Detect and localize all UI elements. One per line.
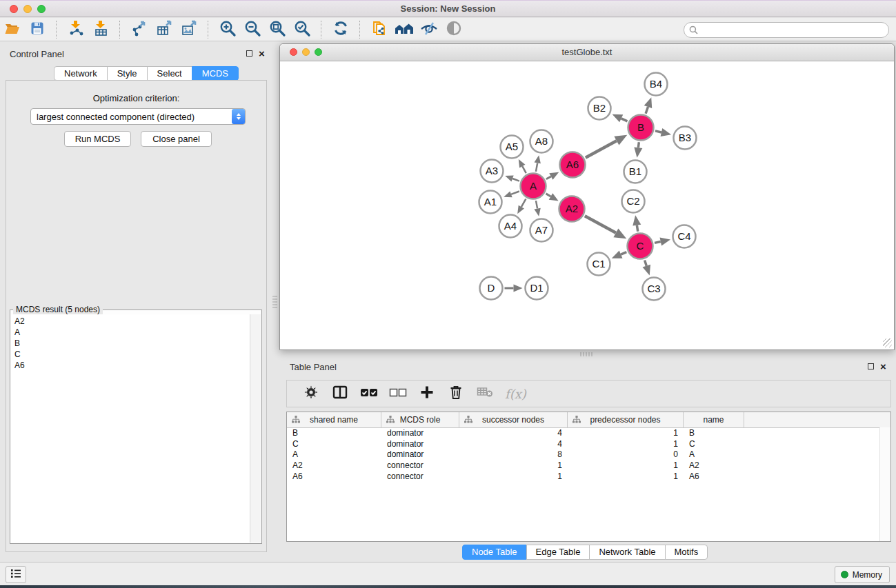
graph-edge-A-A6[interactable] — [546, 172, 559, 180]
table-cell[interactable]: connector — [381, 471, 459, 482]
zoom-in-button[interactable] — [217, 20, 238, 39]
table-cell[interactable]: C — [684, 438, 744, 449]
hide-graphics-details-button[interactable] — [419, 20, 439, 39]
run-mcds-button[interactable]: Run MCDS — [64, 131, 131, 147]
network-overview-button[interactable] — [394, 20, 415, 39]
network-canvas[interactable]: B4B2BB3A5A8A6B1A3AA1C2A2A4A7C4CC1C3DD1 — [281, 61, 893, 349]
graph-edge-B-B4[interactable] — [644, 97, 652, 113]
graph-edge-B-B3[interactable] — [655, 128, 671, 136]
graph-node-A1[interactable]: A1 — [479, 191, 502, 214]
table-panel-close-icon[interactable]: × — [880, 363, 886, 371]
import-table-button[interactable] — [90, 20, 111, 39]
result-list-item[interactable]: A — [11, 327, 250, 338]
table-cell[interactable]: A2 — [684, 460, 744, 471]
tab-network[interactable]: Network — [54, 66, 108, 81]
graph-node-B2[interactable]: B2 — [588, 97, 611, 120]
column-header-predecessor-nodes[interactable]: predecessor nodes — [568, 412, 684, 427]
result-list-item[interactable]: C — [11, 349, 250, 360]
table-panel-float-icon[interactable] — [868, 363, 874, 369]
format-columns-button[interactable] — [331, 384, 349, 403]
graph-edge-C-C3[interactable] — [642, 260, 650, 275]
table-cell[interactable]: 1 — [459, 471, 568, 482]
tab-edge-table[interactable]: Edge Table — [526, 545, 590, 560]
graph-node-A7[interactable]: A7 — [530, 219, 553, 242]
graph-node-A5[interactable]: A5 — [501, 136, 524, 159]
table-row[interactable]: A6connector11A6 — [287, 471, 879, 482]
graph-edge-C-C1[interactable] — [612, 251, 626, 258]
table-cell[interactable]: A2 — [287, 460, 381, 471]
save-session-button[interactable] — [27, 20, 48, 39]
result-list-item[interactable]: A6 — [11, 360, 250, 371]
table-cell[interactable]: A — [684, 449, 744, 460]
graph-edge-A-A7[interactable] — [534, 201, 540, 216]
graph-edge-A6-B[interactable] — [586, 135, 627, 158]
vertical-splitter-handle[interactable] — [272, 296, 277, 309]
table-cell[interactable]: C — [287, 438, 381, 449]
table-cell[interactable]: A6 — [287, 471, 381, 482]
graph-edge-A-A3[interactable] — [505, 176, 519, 182]
tab-motifs[interactable]: Motifs — [665, 545, 708, 560]
graph-node-C2[interactable]: C2 — [622, 190, 645, 213]
window-resize-grip[interactable] — [883, 338, 892, 347]
export-network-button[interactable] — [129, 20, 150, 39]
table-cell[interactable]: A6 — [684, 471, 744, 482]
table-cell[interactable]: 1 — [459, 460, 568, 471]
graph-edge-A2-C[interactable] — [585, 216, 626, 239]
table-cell[interactable]: 0 — [568, 449, 684, 460]
zoom-out-button[interactable] — [242, 20, 263, 39]
result-scrollbar[interactable] — [250, 314, 261, 543]
table-cell[interactable]: B — [684, 427, 744, 438]
table-cell[interactable]: dominator — [381, 427, 459, 438]
graph-node-D1[interactable]: D1 — [526, 277, 548, 300]
select-all-columns-button[interactable] — [360, 384, 378, 403]
column-header-MCDS-role[interactable]: MCDS role — [381, 412, 459, 427]
zoom-selected-button[interactable] — [292, 20, 312, 39]
graph-node-C[interactable]: C — [628, 234, 653, 259]
table-row[interactable]: Bdominator41B — [287, 427, 879, 438]
graph-edge-A-A4[interactable] — [517, 199, 526, 214]
table-mode-button[interactable] — [302, 384, 320, 403]
table-cell[interactable]: 1 — [568, 460, 684, 471]
apply-layout-button[interactable] — [330, 20, 351, 39]
delete-columns-button[interactable] — [447, 384, 465, 403]
graph-edge-A-A1[interactable] — [504, 191, 519, 197]
close-panel-button[interactable]: Close panel — [141, 131, 212, 147]
graph-node-A[interactable]: A — [521, 174, 546, 199]
graph-node-B3[interactable]: B3 — [674, 127, 697, 150]
table-cell[interactable]: 1 — [568, 427, 684, 438]
table-row[interactable]: Adominator80A — [287, 449, 879, 460]
graph-node-A3[interactable]: A3 — [481, 160, 504, 183]
tab-mcds[interactable]: MCDS — [192, 66, 239, 81]
column-header-successor-nodes[interactable]: successor nodes — [459, 412, 568, 427]
table-cell[interactable]: 4 — [459, 427, 568, 438]
graph-node-B4[interactable]: B4 — [645, 73, 668, 96]
graph-node-B[interactable]: B — [628, 115, 654, 141]
control-panel-close-icon[interactable]: × — [259, 50, 265, 58]
show-graphics-details-button[interactable] — [444, 20, 464, 39]
tab-node-table[interactable]: Node Table — [462, 545, 527, 560]
table-cell[interactable]: 8 — [459, 449, 568, 460]
graph-node-D[interactable]: D — [480, 277, 503, 300]
table-cell[interactable]: 1 — [568, 471, 684, 482]
open-file-button[interactable] — [2, 20, 23, 39]
table-cell[interactable]: A — [287, 449, 381, 460]
graph-edge-C-C4[interactable] — [655, 238, 670, 246]
graph-node-C3[interactable]: C3 — [643, 278, 666, 301]
horizontal-splitter-handle[interactable] — [580, 352, 593, 356]
graph-edge-C-C2[interactable] — [633, 215, 641, 231]
graph-edge-B-B2[interactable] — [613, 114, 628, 123]
column-header-name[interactable]: name — [684, 412, 744, 427]
tab-select[interactable]: Select — [147, 66, 192, 81]
graph-edge-A-A8[interactable] — [535, 155, 541, 172]
control-panel-float-icon[interactable] — [246, 50, 252, 57]
graph-edge-A-A2[interactable] — [546, 193, 559, 201]
graph-edge-B-B1[interactable] — [634, 142, 642, 157]
table-cell[interactable]: 1 — [568, 438, 684, 449]
import-network-button[interactable] — [66, 20, 86, 39]
export-table-button[interactable] — [154, 20, 175, 39]
table-row[interactable]: A2connector11A2 — [287, 460, 879, 471]
graph-node-A6[interactable]: A6 — [560, 152, 586, 178]
tab-style[interactable]: Style — [107, 66, 148, 81]
graph-edge-A-A5[interactable] — [519, 159, 526, 173]
search-input[interactable] — [698, 24, 888, 37]
